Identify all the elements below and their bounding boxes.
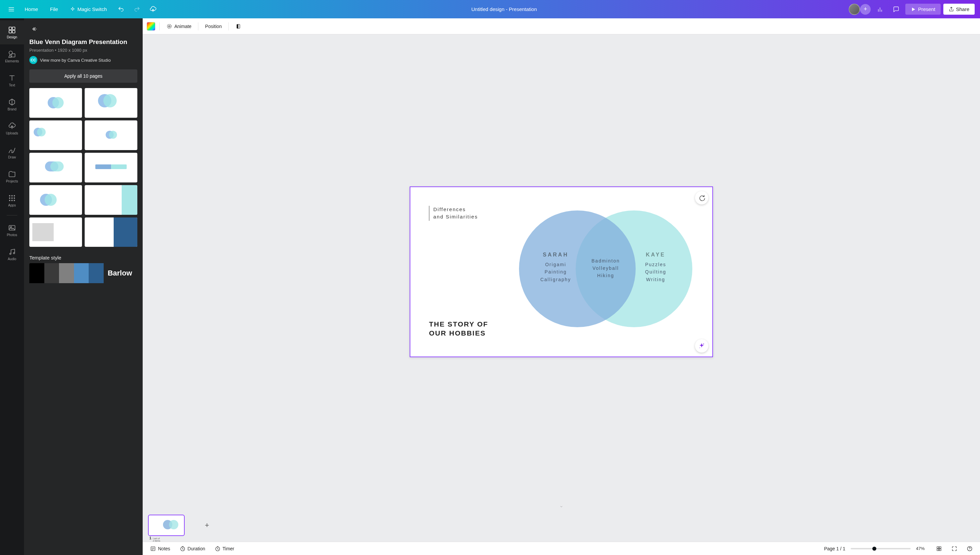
left-item: Painting: [532, 268, 579, 276]
svg-rect-10: [9, 30, 12, 33]
page-number: 1: [149, 536, 151, 540]
page-strip-wrap: 1 I set of2 items +: [143, 509, 980, 542]
right-item: Quilting: [632, 268, 679, 276]
color-swatch[interactable]: [74, 263, 89, 283]
share-button[interactable]: Share: [943, 4, 975, 14]
slide-title[interactable]: THE STORY OF OUR HOBBIES: [429, 319, 488, 338]
share-label: Share: [956, 6, 969, 12]
brand-icon: [8, 98, 16, 106]
left-item: Origami: [532, 261, 579, 268]
notes-button[interactable]: Notes: [148, 544, 172, 553]
menu-button[interactable]: [5, 3, 18, 15]
apply-all-pages-button[interactable]: Apply all 10 pages: [29, 69, 137, 83]
collapse-strip-button[interactable]: [555, 504, 568, 509]
template-thumb[interactable]: [29, 88, 82, 118]
photos-icon: [8, 224, 16, 232]
zoom-slider-thumb[interactable]: [872, 547, 876, 551]
template-thumb[interactable]: [29, 153, 82, 183]
color-swatch[interactable]: [29, 263, 44, 283]
color-swatch[interactable]: [44, 263, 59, 283]
left-item: Calligraphy: [532, 276, 579, 283]
rail-item-draw[interactable]: Draw: [0, 140, 24, 164]
right-name: KAYE: [632, 250, 679, 259]
template-thumb[interactable]: [29, 217, 82, 247]
rail-item-design[interactable]: Design: [0, 20, 24, 44]
svg-rect-52: [939, 549, 941, 550]
page-indicator[interactable]: Page 1 / 1: [824, 546, 845, 551]
editor-area: Animate Position Differences: [143, 18, 980, 555]
title-line2: OUR HOBBIES: [429, 329, 486, 337]
venn-right-label[interactable]: KAYE Puzzles Quilting Writing: [632, 250, 679, 284]
slide-subtitle[interactable]: Differences and Similarities: [429, 206, 478, 221]
rail-item-elements[interactable]: Elements: [0, 44, 24, 68]
template-thumb[interactable]: [29, 120, 82, 150]
color-swatch[interactable]: [89, 263, 104, 283]
transparency-button[interactable]: [233, 21, 244, 31]
svg-point-37: [703, 343, 704, 344]
svg-point-30: [13, 252, 15, 254]
template-thumb[interactable]: [85, 120, 137, 150]
style-swatch-row[interactable]: Barlow: [29, 263, 137, 283]
timer-button[interactable]: Timer: [213, 544, 236, 553]
rail-label: Elements: [5, 59, 19, 63]
position-button[interactable]: Position: [202, 22, 224, 31]
undo-button[interactable]: [114, 3, 128, 16]
rail-item-brand[interactable]: Brand: [0, 92, 24, 116]
venn-diagram[interactable]: SARAH Origami Painting Calligraphy Badmi…: [519, 210, 692, 327]
file-button[interactable]: File: [45, 4, 63, 14]
help-button[interactable]: [965, 544, 975, 553]
grid-view-button[interactable]: [934, 544, 944, 553]
zoom-value[interactable]: 47%: [916, 546, 929, 551]
page-thumbnail[interactable]: [148, 515, 185, 536]
right-item: Puzzles: [632, 261, 679, 268]
template-thumb[interactable]: [29, 185, 82, 215]
present-button[interactable]: Present: [905, 4, 941, 14]
regenerate-button[interactable]: [695, 191, 708, 204]
rail-item-uploads[interactable]: Uploads: [0, 116, 24, 140]
venn-left-label[interactable]: SARAH Origami Painting Calligraphy: [532, 250, 579, 284]
animate-button[interactable]: Animate: [164, 21, 194, 31]
slide[interactable]: Differences and Similarities SARAH Origa…: [410, 186, 713, 357]
back-button[interactable]: [29, 24, 40, 34]
insights-button[interactable]: [873, 3, 887, 16]
fullscreen-button[interactable]: [949, 544, 959, 553]
document-title[interactable]: Untitled design - Presentation: [471, 6, 537, 12]
home-button[interactable]: Home: [20, 4, 43, 14]
svg-rect-11: [12, 30, 15, 33]
template-thumb[interactable]: [85, 153, 137, 183]
avatar[interactable]: [849, 4, 860, 15]
add-collaborator-button[interactable]: +: [860, 4, 871, 14]
rail-label: Brand: [8, 107, 17, 111]
context-toolbar: Animate Position: [143, 18, 980, 34]
venn-mid-label[interactable]: Badminton Volleyball Hiking: [586, 257, 626, 279]
rail-item-audio[interactable]: Audio: [0, 242, 24, 266]
divider: [159, 22, 160, 30]
magic-assist-button[interactable]: [695, 339, 708, 353]
rail-item-projects[interactable]: Projects: [0, 164, 24, 188]
zoom-slider[interactable]: [851, 548, 911, 549]
duration-button[interactable]: Duration: [177, 544, 207, 553]
svg-rect-49: [937, 547, 938, 548]
author-link[interactable]: View more by Canva Creative Studio: [40, 58, 111, 63]
template-thumb[interactable]: [85, 185, 137, 215]
cloud-sync-icon[interactable]: [146, 3, 160, 16]
left-rail: Design Elements Text Brand Uploads Draw …: [0, 18, 24, 555]
magic-switch-button[interactable]: Magic Switch: [66, 4, 111, 14]
rail-item-text[interactable]: Text: [0, 68, 24, 92]
svg-point-29: [10, 253, 11, 255]
rail-item-photos[interactable]: Photos: [0, 218, 24, 242]
rail-item-apps[interactable]: Apps: [0, 188, 24, 212]
comment-button[interactable]: [889, 3, 903, 16]
template-thumb[interactable]: [85, 217, 137, 247]
redo-button[interactable]: [130, 3, 144, 16]
right-item: Writing: [632, 276, 679, 283]
canvas-viewport[interactable]: Differences and Similarities SARAH Origa…: [143, 34, 980, 509]
svg-marker-6: [912, 7, 915, 11]
audio-icon: [8, 248, 16, 256]
background-color-picker[interactable]: [147, 22, 155, 30]
color-swatch[interactable]: [59, 263, 74, 283]
add-page-button[interactable]: +: [189, 515, 225, 536]
mid-item: Hiking: [586, 272, 626, 279]
divider: [198, 22, 198, 30]
template-thumb[interactable]: [85, 88, 137, 118]
